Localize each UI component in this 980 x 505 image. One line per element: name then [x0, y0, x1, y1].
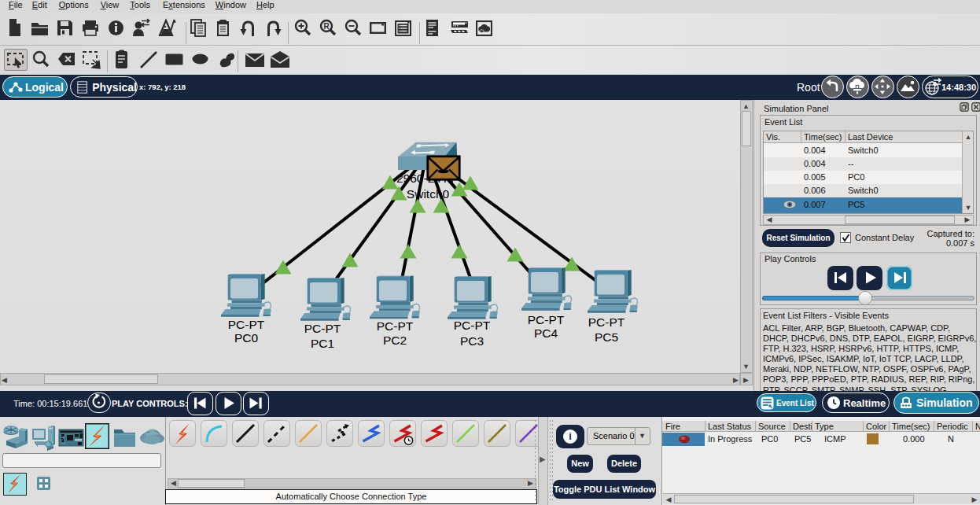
svg-text:PC-PT: PC-PT — [304, 322, 341, 335]
svg-text:PC5: PC5 — [595, 330, 618, 344]
svg-text:PC-PT: PC-PT — [377, 319, 414, 333]
svg-text:PC2: PC2 — [383, 334, 407, 347]
svg-text:PC-PT: PC-PT — [528, 313, 565, 326]
svg-text:PC4: PC4 — [534, 326, 558, 340]
svg-text:PC1: PC1 — [311, 337, 334, 350]
svg-text:PC-PT: PC-PT — [588, 315, 625, 329]
svg-text:PC-PT: PC-PT — [454, 319, 491, 332]
svg-text:PC0: PC0 — [234, 331, 259, 345]
svg-text:PC3: PC3 — [460, 334, 484, 348]
svg-text:R: R — [323, 22, 330, 31]
svg-text:Switch0: Switch0 — [407, 187, 450, 201]
svg-text:PC-PT: PC-PT — [228, 318, 265, 331]
